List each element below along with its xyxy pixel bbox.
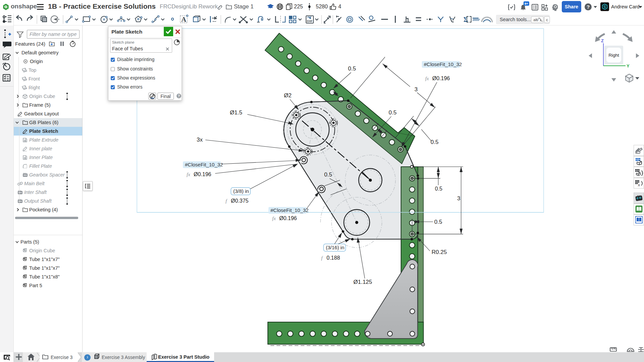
svg-text:0.5: 0.5	[434, 219, 442, 225]
svg-text:f: f	[321, 255, 323, 261]
svg-text:(3/16) in: (3/16) in	[326, 245, 344, 250]
svg-text:Ø2: Ø2	[284, 92, 292, 99]
svg-text:Ø0.375: Ø0.375	[231, 198, 249, 204]
svg-text:fx: fx	[187, 172, 190, 177]
svg-text:DXF: DXF	[307, 19, 313, 23]
svg-text:A: A	[181, 15, 187, 23]
svg-text:fx: fx	[272, 216, 276, 221]
svg-text:c: c	[546, 18, 548, 22]
svg-text:fx: fx	[425, 76, 429, 81]
svg-text:Z: Z	[601, 38, 604, 43]
svg-text:f: f	[226, 198, 228, 204]
svg-text:3: 3	[414, 86, 417, 93]
svg-text:#CloseFit_10_32: #CloseFit_10_32	[185, 162, 223, 167]
svg-text:Right: Right	[608, 53, 619, 58]
svg-text:0.5: 0.5	[348, 65, 356, 72]
svg-text:Y: Y	[627, 63, 630, 68]
svg-text:0.5: 0.5	[435, 186, 442, 192]
svg-text:0.5: 0.5	[324, 171, 332, 178]
svg-text:0.188: 0.188	[327, 255, 340, 261]
svg-text:Ø1.125: Ø1.125	[353, 279, 372, 285]
svg-text:(3/8) in: (3/8) in	[233, 188, 249, 194]
svg-text:Search tools...: Search tools...	[500, 17, 531, 22]
svg-text:#CloseFit_10_32: #CloseFit_10_32	[270, 207, 308, 213]
svg-text:R0.25: R0.25	[432, 249, 447, 255]
svg-text:Ø0.196: Ø0.196	[194, 171, 211, 177]
svg-text:x: x	[638, 182, 640, 187]
svg-text:Ø0.196: Ø0.196	[432, 75, 450, 81]
svg-text:3: 3	[457, 195, 460, 202]
svg-text:0.5: 0.5	[431, 139, 439, 145]
svg-text:3x: 3x	[197, 137, 203, 143]
svg-text:Ø0.196: Ø0.196	[279, 215, 297, 221]
svg-text:0.5: 0.5	[389, 109, 397, 116]
svg-text:#CloseFit_10_32: #CloseFit_10_32	[424, 61, 462, 67]
svg-text:▲▲▲: ▲▲▲	[637, 195, 641, 196]
svg-text:alt/: alt/	[533, 18, 539, 22]
svg-text:Ø1.5: Ø1.5	[230, 109, 242, 116]
